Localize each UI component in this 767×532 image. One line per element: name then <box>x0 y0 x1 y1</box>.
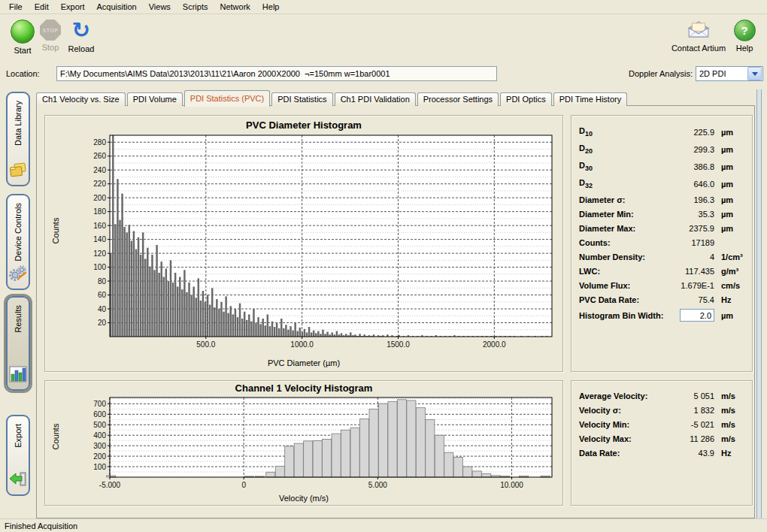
menu-scripts[interactable]: Scripts <box>177 1 214 13</box>
location-label: Location: <box>6 69 40 78</box>
doppler-analysis-label: Doppler Analysis: <box>629 69 693 78</box>
tab-ch1-pdi-validation[interactable]: Ch1 PDI Validation <box>335 92 416 106</box>
pvc-chart-xlabel: PVC Diameter (µm) <box>45 358 562 367</box>
velocity-histogram-panel: Channel 1 Velocity Histogram Counts 1002… <box>44 380 563 506</box>
svg-text:80: 80 <box>98 277 107 286</box>
tab-pdi-volume[interactable]: PDI Volume <box>127 92 183 106</box>
tab-pdi-statistics[interactable]: PDI Statistics <box>271 92 332 106</box>
help-label: Help <box>736 44 753 53</box>
status-text: Finished Acquisition <box>5 521 77 530</box>
sidebar-item-data-library[interactable]: Data Library <box>6 92 30 186</box>
stat-row-d20: D20 299.3 µm <box>579 141 746 158</box>
dropdown-button[interactable] <box>747 67 762 80</box>
svg-text:700: 700 <box>93 400 106 408</box>
stat-row-pvc-data-rate: PVC Data Rate: 75.4 Hz <box>579 292 746 307</box>
start-icon <box>11 20 35 44</box>
sidebar-item-device-controls[interactable]: Device Controls <box>6 194 30 290</box>
status-bar: Finished Acquisition <box>0 518 767 532</box>
stop-icon: STOP <box>40 20 61 41</box>
tab-pdi-time-history[interactable]: PDI Time History <box>553 92 628 106</box>
svg-text:200: 200 <box>93 452 106 461</box>
svg-text:220: 220 <box>93 180 106 188</box>
svg-text:140: 140 <box>93 235 106 243</box>
chevron-down-icon <box>752 72 758 76</box>
menu-views[interactable]: Views <box>143 1 177 13</box>
sidebar-item-results[interactable]: Results <box>6 296 30 391</box>
svg-text:240: 240 <box>93 166 106 174</box>
folders-icon <box>8 161 28 180</box>
stat-row-volume-flux: Volume Flux: 1.679E-1 cm/s <box>579 278 746 292</box>
stat-row-number-density: Number Density: 4 1/cm³ <box>579 249 746 264</box>
pvc-chart-title: PVC Diameter Histogram <box>45 119 562 131</box>
tab-processor-settings[interactable]: Processor Settings <box>417 92 499 106</box>
stat-row-counts: Counts: 17189 <box>579 235 746 249</box>
stat-row-data-rate: Data Rate: 43.9 Hz <box>579 446 746 460</box>
sidebar-label-data-library: Data Library <box>14 101 23 146</box>
reload-button[interactable]: ↻ Reload <box>63 20 99 53</box>
menu-help[interactable]: Help <box>256 1 286 13</box>
stat-row-d32: D32 646.0 µm <box>579 175 746 192</box>
svg-text:100: 100 <box>93 263 106 271</box>
gears-icon <box>8 263 28 284</box>
tab-ch1-velocity-vs-size[interactable]: Ch1 Velocity vs. Size <box>36 92 126 106</box>
tab-pdi-statistics-pvc[interactable]: PDI Statistics (PVC) <box>184 90 270 107</box>
menu-export[interactable]: Export <box>55 1 91 13</box>
svg-text:10.000: 10.000 <box>500 481 523 489</box>
svg-text:1000.0: 1000.0 <box>290 340 314 349</box>
stat-row-diameter-sigma: Diameter σ: 196.3 µm <box>579 192 746 207</box>
menu-network[interactable]: Network <box>214 1 256 13</box>
histogram-bin-width-input[interactable] <box>680 309 714 322</box>
location-input[interactable] <box>56 66 497 81</box>
contact-artium-button[interactable]: Contact Artium <box>666 20 731 53</box>
bar-chart-icon <box>8 365 28 385</box>
svg-text:400: 400 <box>93 431 106 440</box>
help-icon: ? <box>734 20 756 41</box>
svg-text:200: 200 <box>93 194 106 202</box>
contact-artium-label: Contact Artium <box>672 44 726 53</box>
stop-button[interactable]: STOP Stop <box>37 20 64 52</box>
tab-content-panel: PVC Diameter Histogram Counts 2040608010… <box>36 105 755 518</box>
svg-text:20: 20 <box>98 319 107 327</box>
svg-text:-5.000: -5.000 <box>99 481 121 489</box>
svg-text:5.000: 5.000 <box>368 481 387 489</box>
sidebar-label-export: Export <box>14 424 23 448</box>
doppler-analysis-select[interactable]: 2D PDI <box>696 66 763 81</box>
stat-row-average-velocity: Average Velocity: 5 051 m/s <box>579 388 746 403</box>
menu-file[interactable]: File <box>3 1 29 13</box>
svg-text:100: 100 <box>93 463 106 471</box>
stat-row-lwc: LWC: 117.435 g/m³ <box>579 264 746 278</box>
svg-text:120: 120 <box>93 249 106 258</box>
menu-bar: File Edit Export Acquisition Views Scrip… <box>0 0 767 14</box>
tab-pdi-optics[interactable]: PDI Optics <box>500 92 552 106</box>
velocity-chart-xlabel: Velocity (m/s) <box>45 494 562 503</box>
velocity-stats-panel: Average Velocity: 5 051 m/s Velocity σ: … <box>571 380 753 506</box>
pvc-histogram-plot: 2040608010012014016018020022024026028050… <box>45 116 562 373</box>
svg-text:180: 180 <box>93 207 106 216</box>
svg-text:1500.0: 1500.0 <box>387 340 410 349</box>
svg-text:40: 40 <box>98 305 107 313</box>
menu-edit[interactable]: Edit <box>29 1 55 13</box>
panel-splitter[interactable] <box>756 89 762 518</box>
velocity-histogram-plot: 100200300400500600700-5.00005.00010.000 <box>45 381 562 506</box>
help-button[interactable]: ? Help <box>731 20 758 53</box>
svg-text:60: 60 <box>98 291 107 299</box>
menu-acquisition[interactable]: Acquisition <box>91 1 143 13</box>
stat-row-histogram-bin-width: Histogram Bin Width: µm <box>579 307 746 324</box>
velocity-chart-title: Channel 1 Velocity Histogram <box>45 382 562 394</box>
stat-row-velocity-sigma: Velocity σ: 1 832 m/s <box>579 403 746 417</box>
doppler-analysis-value: 2D PDI <box>696 69 747 78</box>
start-label: Start <box>14 46 31 55</box>
tab-bar: Ch1 Velocity vs. Size PDI Volume PDI Sta… <box>36 89 629 106</box>
stop-label: Stop <box>42 43 59 52</box>
pvc-stats-panel: D10 225.9 µm D20 299.3 µm D30 386.8 µm D… <box>571 115 753 372</box>
reload-label: Reload <box>68 44 95 53</box>
reload-icon: ↻ <box>72 20 90 42</box>
sidebar-item-export[interactable]: Export <box>6 415 30 496</box>
export-arrow-icon <box>8 470 28 490</box>
stat-row-d10: D10 225.9 µm <box>579 123 746 141</box>
stat-row-velocity-min: Velocity Min: -5 021 m/s <box>579 417 746 431</box>
svg-text:500: 500 <box>93 421 106 429</box>
sidebar-label-results: Results <box>14 305 23 333</box>
start-button[interactable]: Start <box>6 20 39 55</box>
stat-row-diameter-min: Diameter Min: 35.3 µm <box>579 207 746 221</box>
